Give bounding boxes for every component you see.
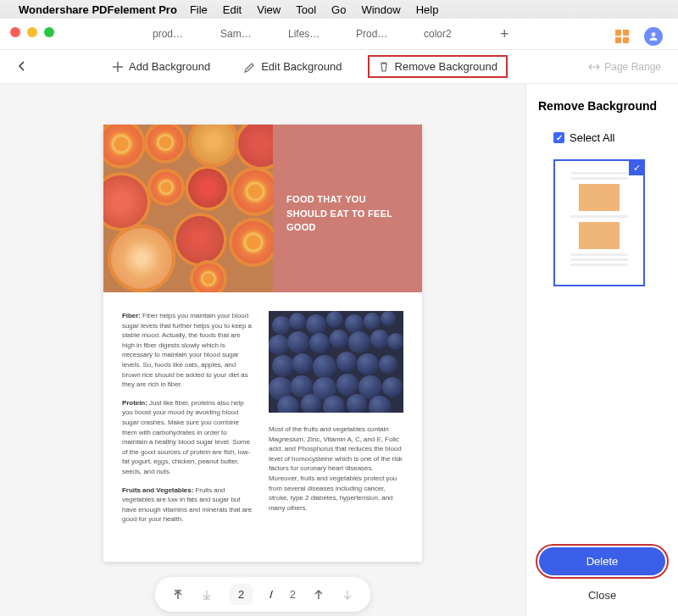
hero-title: FOOD THAT YOU SHOULD EAT TO FEEL GOOD	[273, 125, 422, 292]
page-range-button[interactable]: Page Range	[588, 61, 661, 73]
menu-help[interactable]: Help	[416, 3, 439, 16]
plus-icon	[112, 61, 124, 73]
page-separator: /	[270, 588, 273, 601]
back-button[interactable]	[17, 59, 27, 75]
right-column-text: Most of the fruits and vegetables contai…	[269, 425, 403, 513]
delete-button[interactable]: Delete	[539, 547, 665, 575]
document-page: FOOD THAT YOU SHOULD EAT TO FEEL GOOD Fi…	[103, 125, 422, 562]
select-all-checkbox[interactable]: ✓ Select All	[553, 131, 666, 144]
remove-background-button[interactable]: Remove Background	[368, 55, 508, 78]
page-navigation-bar: 2 / 2	[155, 577, 370, 612]
tab-item[interactable]: Sam…	[220, 28, 288, 40]
user-avatar-icon[interactable]	[644, 27, 663, 46]
tab-item[interactable]: Prod…	[356, 28, 424, 40]
citrus-image	[103, 125, 273, 292]
trash-icon	[378, 61, 390, 73]
maximize-window-button[interactable]	[44, 27, 54, 37]
document-canvas[interactable]: FOOD THAT YOU SHOULD EAT TO FEEL GOOD Fi…	[0, 84, 525, 616]
page-range-label: Page Range	[604, 61, 661, 73]
menu-tool[interactable]: Tool	[296, 3, 316, 16]
last-page-button[interactable]	[201, 589, 213, 601]
add-background-button[interactable]: Add Background	[103, 56, 219, 77]
edit-background-label: Edit Background	[261, 60, 342, 73]
traffic-lights	[10, 27, 54, 37]
panel-title: Remove Background	[538, 99, 666, 113]
checkbox-checked-icon: ✓	[553, 132, 564, 143]
menu-go[interactable]: Go	[331, 3, 346, 16]
remove-background-label: Remove Background	[395, 60, 497, 73]
macos-menubar: Wondershare PDFelement Pro File Edit Vie…	[0, 0, 678, 19]
tab-item[interactable]: prod…	[153, 28, 220, 40]
app-name[interactable]: Wondershare PDFelement Pro	[19, 3, 177, 16]
current-page-input[interactable]: 2	[230, 584, 253, 605]
select-all-label: Select All	[570, 131, 614, 144]
menu-edit[interactable]: Edit	[223, 3, 242, 16]
add-tab-button[interactable]: +	[500, 25, 509, 43]
thumbnail-selected-icon: ✓	[629, 160, 644, 175]
add-background-label: Add Background	[129, 60, 210, 73]
minimize-window-button[interactable]	[27, 27, 37, 37]
first-page-button[interactable]	[172, 589, 184, 601]
fiber-paragraph: Fiber: Fiber helps you maintain your blo…	[122, 311, 253, 390]
menu-view[interactable]: View	[257, 3, 281, 16]
tab-item[interactable]: Lifes…	[288, 28, 356, 40]
pencil-icon	[244, 61, 256, 73]
prev-page-button[interactable]	[313, 589, 325, 601]
tab-bar: prod… Sam… Lifes… Prod… color2 +	[0, 19, 678, 49]
toolbar: Add Background Edit Background Remove Ba…	[0, 50, 678, 84]
remove-background-panel: Remove Background ✓ Select All ✓ Delete …	[525, 84, 678, 616]
menu-file[interactable]: File	[190, 3, 208, 16]
edit-background-button[interactable]: Edit Background	[236, 56, 350, 77]
fruits-vegetables-paragraph: Fruits and Vegetables: Fruits and vegeta…	[122, 486, 253, 524]
page-range-icon	[588, 61, 600, 73]
close-button[interactable]: Close	[535, 582, 670, 608]
tab-item[interactable]: color2	[424, 28, 492, 40]
menu-window[interactable]: Window	[361, 3, 400, 16]
close-window-button[interactable]	[10, 27, 20, 37]
blueberries-image	[269, 311, 403, 413]
total-pages: 2	[290, 588, 296, 601]
window-titlebar: prod… Sam… Lifes… Prod… color2 +	[0, 19, 678, 50]
apps-grid-icon[interactable]	[615, 30, 629, 43]
protein-paragraph: Protein: Just like fiber, proteins also …	[122, 398, 253, 477]
next-page-button[interactable]	[342, 589, 353, 601]
background-thumbnail[interactable]: ✓	[553, 159, 645, 286]
svg-point-0	[652, 32, 656, 36]
